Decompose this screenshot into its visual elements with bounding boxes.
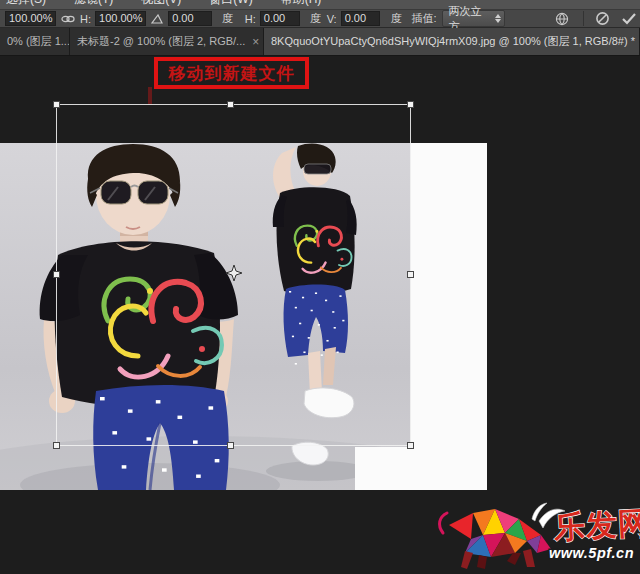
annotation-red-mark [148, 87, 152, 104]
tab-label: 0% (图层 1... [7, 34, 70, 49]
skew-h-degree-label: 度 [310, 11, 321, 26]
transform-handle-bottom-middle[interactable] [227, 442, 234, 449]
transform-reference-point-icon[interactable] [226, 265, 242, 281]
annotation-text: 移动到新建文件 [169, 62, 295, 85]
watermark-url: www.5pf.cn [549, 545, 634, 561]
menu-help[interactable]: 帮助(H) [281, 0, 336, 8]
transform-handle-middle-left[interactable] [53, 271, 60, 278]
stepper-arrows-icon [495, 14, 501, 23]
transform-handle-bottom-left[interactable] [53, 442, 60, 449]
transform-handle-top-right[interactable] [407, 101, 414, 108]
tab-document-1[interactable]: 0% (图层 1... × [0, 28, 70, 55]
commit-transform-icon[interactable] [621, 12, 637, 25]
options-separator [583, 11, 584, 26]
tab-label: 8KQquoOtYUpaCtyQn6dSHyWIQj4rmX09.jpg @ 1… [271, 34, 635, 49]
rotation-angle-icon [151, 14, 163, 24]
warp-mode-icon[interactable] [554, 12, 570, 26]
rotation-field[interactable]: 0.00 [168, 11, 212, 26]
interpolation-label: 插值: [411, 11, 436, 26]
scale-height-field[interactable]: 100.00% [95, 11, 146, 26]
menu-window[interactable]: 窗口(W) [209, 0, 266, 8]
menu-select[interactable]: 选择(S) [6, 0, 60, 8]
skew-v-field[interactable]: 0.00 [341, 11, 381, 26]
tab-close-icon[interactable]: × [252, 35, 259, 49]
transform-handle-top-middle[interactable] [227, 101, 234, 108]
skew-v-degree-label: 度 [390, 11, 401, 26]
annotation-box: 移动到新建文件 [154, 57, 309, 89]
tab-document-2[interactable]: 未标题-2 @ 100% (图层 2, RGB/... × [70, 28, 264, 55]
transform-handle-top-left[interactable] [53, 101, 60, 108]
site-watermark: 乐发网 www.5pf.cn [435, 495, 640, 574]
link-scale-icon[interactable] [61, 14, 75, 24]
bull-logo-icon [440, 503, 565, 569]
transform-handle-bottom-right[interactable] [407, 442, 414, 449]
rotation-degree-label: 度 [222, 11, 233, 26]
transform-handle-middle-right[interactable] [407, 271, 414, 278]
tab-document-3-active[interactable]: 8KQquoOtYUpaCtyQn6dSHyWIQj4rmX09.jpg @ 1… [264, 28, 640, 55]
tab-label: 未标题-2 @ 100% (图层 2, RGB/... [77, 34, 245, 49]
interpolation-dropdown[interactable]: 两次立方 [442, 10, 505, 27]
photoshop-window: 选择(S)滤镜(T)视图(V)窗口(W)帮助(H) 100.00% H: 100… [0, 0, 640, 574]
skew-v-label: V: [327, 13, 337, 25]
document-tab-bar: 0% (图层 1... × 未标题-2 @ 100% (图层 2, RGB/..… [0, 28, 640, 56]
menu-bar: 选择(S)滤镜(T)视图(V)窗口(W)帮助(H) [0, 0, 640, 10]
cancel-transform-icon[interactable] [595, 11, 610, 26]
scale-width-field[interactable]: 100.00% [5, 11, 56, 26]
watermark-site-name: 乐发网 [552, 505, 640, 545]
transform-options-bar: 100.00% H: 100.00% 0.00 度 H: 0.00 度 V: 0… [0, 10, 640, 28]
menu-filter[interactable]: 滤镜(T) [74, 0, 127, 8]
menu-view[interactable]: 视图(V) [141, 0, 195, 8]
skew-h-label: H: [245, 13, 256, 25]
skew-h-field[interactable]: 0.00 [260, 11, 300, 26]
scale-height-label: H: [80, 13, 91, 25]
canvas-area[interactable]: 移动到新建文件 [0, 56, 640, 574]
